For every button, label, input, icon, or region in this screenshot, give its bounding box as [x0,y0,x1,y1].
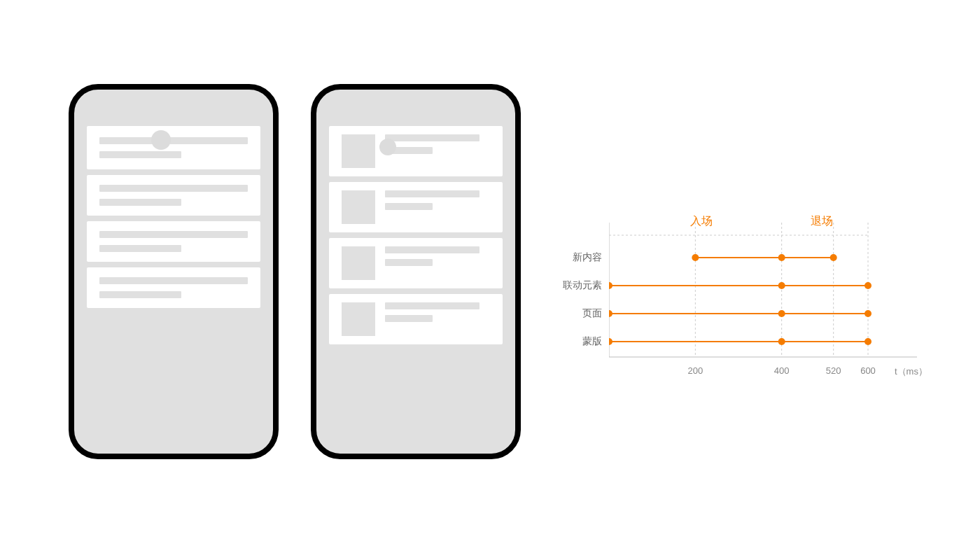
list-item [87,175,260,216]
placeholder-line [99,137,248,144]
placeholder-line [99,185,248,192]
svg-point-23 [609,338,612,345]
svg-point-13 [609,282,612,289]
svg-point-26 [864,338,872,345]
placeholder-line [99,231,248,238]
svg-point-11 [830,254,837,261]
list-item [87,126,260,169]
list-item [87,267,260,308]
chart-row-label: 新内容 [553,251,602,264]
svg-point-16 [864,282,872,289]
placeholder-line [385,259,433,266]
placeholder-line [385,315,433,322]
list-item [329,294,503,344]
placeholder-line [99,277,248,284]
list-item [87,221,260,262]
x-tick: 200 [687,365,703,376]
avatar-placeholder [379,139,396,155]
thumbnail-placeholder [342,246,375,280]
svg-point-21 [864,310,872,317]
svg-point-18 [609,310,612,317]
placeholder-line [385,190,479,197]
placeholder-line [99,291,181,298]
list-item [329,238,503,288]
placeholder-line [99,245,181,252]
placeholder-line [99,199,181,206]
placeholder-line [99,151,181,158]
placeholder-line [385,134,479,141]
x-axis-label: t（ms） [895,365,927,378]
chart-title-exit: 退场 [811,214,833,229]
x-tick: 520 [826,365,841,376]
chart-row-label: 蒙版 [553,335,602,348]
chart-canvas [609,210,938,392]
svg-point-8 [692,254,699,261]
placeholder-line [385,203,433,210]
x-tick: 400 [774,365,790,376]
thumbnail-placeholder [342,302,375,336]
thumbnail-placeholder [342,190,375,224]
phone-content [329,126,503,344]
thumbnail-placeholder [342,134,375,168]
x-tick: 600 [860,365,876,376]
list-item [329,182,503,232]
placeholder-line [385,302,479,309]
placeholder-line [385,246,479,253]
timing-chart: 入场 退场 t（ms） 新内容联动元素页面蒙版200400520600 [609,210,938,392]
phone-mockup-before [69,84,279,459]
phone-mockup-after [311,84,521,459]
list-item [329,126,503,176]
chart-row-label: 联动元素 [553,279,602,292]
avatar-placeholder [151,130,171,150]
chart-title-enter: 入场 [690,214,713,229]
chart-row-label: 页面 [553,307,602,320]
phone-content [87,126,260,308]
